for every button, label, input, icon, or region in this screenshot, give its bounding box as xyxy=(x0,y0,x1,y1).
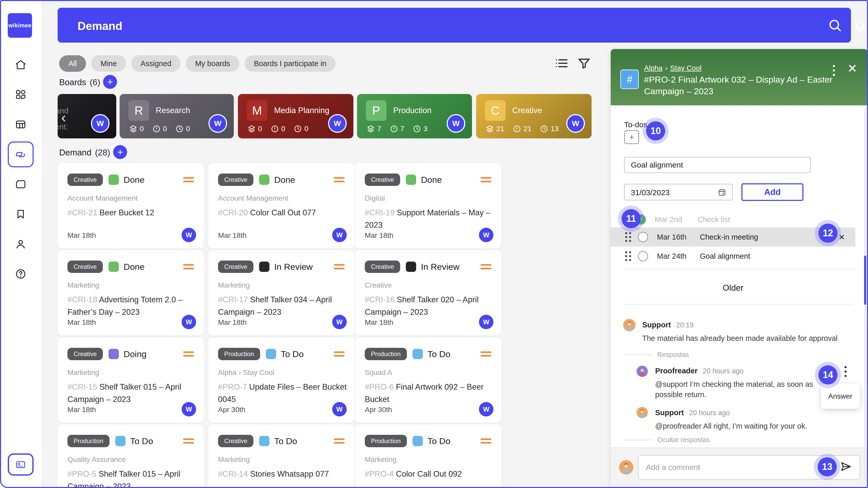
tab-my-boards[interactable]: My boards xyxy=(186,55,239,72)
board-avatar: W xyxy=(566,114,585,133)
task-card[interactable]: CreativeDoing Marketing #CRI-15 Shelf Ta… xyxy=(58,337,204,423)
unchecked-circle-icon[interactable] xyxy=(638,232,648,242)
assignee-avatar: W xyxy=(182,315,196,329)
answer-menu-item[interactable]: Answer xyxy=(821,384,860,409)
scroll-left-icon[interactable]: ‹ xyxy=(61,109,66,126)
remove-todo-icon[interactable]: ✕ xyxy=(839,233,845,242)
add-todo-button[interactable]: + xyxy=(624,130,639,144)
card-menu-icon[interactable] xyxy=(334,177,345,182)
status-label: In Review xyxy=(421,262,459,272)
board-card-partial[interactable]: and ent: ‹ W xyxy=(58,94,116,138)
panel-scrollbar[interactable] xyxy=(864,108,866,483)
card-category: Marketing xyxy=(67,281,194,289)
breadcrumb-parent-link[interactable]: Alpha xyxy=(644,64,663,72)
demand-label: Demand xyxy=(59,148,91,157)
card-menu-icon[interactable] xyxy=(334,264,345,269)
task-card[interactable]: CreativeIn Review Marketing #CRI-17 Shel… xyxy=(208,250,354,335)
card-menu-icon[interactable] xyxy=(183,177,194,182)
layers-stat: 7 xyxy=(366,125,381,133)
card-menu-icon[interactable] xyxy=(183,264,194,269)
older-todos-button[interactable]: Older xyxy=(611,283,855,293)
task-menu-icon[interactable] xyxy=(833,65,835,76)
todo-item[interactable]: Mar 24th Goal alignment xyxy=(611,247,855,266)
board-avatar: W xyxy=(447,114,465,133)
table-icon[interactable] xyxy=(15,119,27,130)
add-board-button[interactable]: + xyxy=(103,75,117,89)
board-card-research[interactable]: R Research 0 0 0 W xyxy=(120,94,234,138)
alert-icon xyxy=(271,125,279,133)
todo-date: Mar 24th xyxy=(657,252,690,261)
reply-menu-icon[interactable] xyxy=(844,366,846,377)
task-card[interactable]: ProductionTo Do Alpha › Stay Cool #PRO-7… xyxy=(208,337,354,423)
unchecked-circle-icon[interactable] xyxy=(638,251,648,261)
send-icon[interactable] xyxy=(840,460,852,473)
task-card[interactable]: ProductionTo Do Squad A #PRO-6 Final Art… xyxy=(355,337,501,423)
tab-boards-i-participate-in[interactable]: Boards I participate in xyxy=(245,55,336,72)
close-icon[interactable]: ✕ xyxy=(847,61,858,75)
layers-stat: 21 xyxy=(486,125,504,133)
projects-icon[interactable] xyxy=(15,178,27,190)
board-card-production[interactable]: P Production 7 7 3 W xyxy=(357,94,472,138)
tab-all[interactable]: All xyxy=(59,55,86,72)
todo-date: Mar 2nd xyxy=(655,215,688,224)
drag-handle-icon[interactable] xyxy=(625,251,631,261)
scrollbar-thumb[interactable] xyxy=(864,256,866,305)
filter-icon[interactable] xyxy=(577,56,592,71)
card-menu-icon[interactable] xyxy=(480,351,491,357)
assignee-avatar: W xyxy=(332,402,347,417)
hide-replies-button[interactable]: Ocultar respostas xyxy=(624,436,710,444)
replies-label: Respostas xyxy=(624,351,689,359)
card-panel-button[interactable] xyxy=(8,453,34,476)
search-icon[interactable] xyxy=(827,17,843,33)
annotation-badge-10: 10 xyxy=(646,121,665,140)
task-card[interactable]: CreativeTo Do Marketing #CRI-14 Stories … xyxy=(208,424,354,488)
card-menu-icon[interactable] xyxy=(183,351,194,357)
task-card[interactable]: CreativeDone Account Management #CRI-20 … xyxy=(208,163,354,249)
apps-icon[interactable] xyxy=(15,89,27,100)
todo-item[interactable]: ✓ Mar 2nd Check list xyxy=(611,210,855,229)
card-menu-icon[interactable] xyxy=(334,351,345,357)
card-menu-icon[interactable] xyxy=(480,438,491,444)
board-name: Media Planning xyxy=(274,106,330,115)
task-card[interactable]: CreativeDone Marketing #CRI-18 Advertisi… xyxy=(58,250,204,335)
task-card[interactable]: CreativeDone Digital #CRI-19 Support Mat… xyxy=(355,163,501,249)
brand-logo[interactable]: wikimee xyxy=(8,13,32,38)
board-chip: Creative xyxy=(365,173,400,186)
calendar-icon[interactable] xyxy=(718,188,726,197)
home-icon[interactable] xyxy=(15,59,27,71)
card-title: #PRO-4 Color Call Out 092 xyxy=(365,468,494,480)
task-card[interactable]: ProductionTo Do Quality Assurance #PRO-5… xyxy=(58,424,204,488)
status-dot xyxy=(406,174,416,185)
card-menu-icon[interactable] xyxy=(183,438,194,444)
card-date: Apr 30th xyxy=(218,405,245,414)
bookmark-icon[interactable] xyxy=(15,208,27,220)
task-card[interactable]: CreativeIn Review Creative #CRI-16 Shelf… xyxy=(355,250,501,335)
add-todo-submit-button[interactable]: Add xyxy=(741,183,803,201)
people-icon[interactable] xyxy=(15,238,27,250)
card-date: Mar 18th xyxy=(218,231,247,239)
card-menu-icon[interactable] xyxy=(334,438,345,444)
bell-icon[interactable] xyxy=(852,17,868,33)
todo-date-input[interactable]: 31/03/2023 xyxy=(624,184,733,200)
drag-handle-icon[interactable] xyxy=(625,232,631,242)
card-menu-icon[interactable] xyxy=(480,264,491,269)
card-menu-icon[interactable] xyxy=(480,177,491,182)
layers-icon xyxy=(366,125,375,133)
board-card-creative[interactable]: C Creative 21 21 13 W xyxy=(476,94,592,138)
task-card[interactable]: ProductionTo Do Marketing #PRO-4 Color C… xyxy=(355,424,501,488)
board-card-media-planning[interactable]: M Media Planning 0 0 0 W xyxy=(238,94,353,138)
status-dot xyxy=(406,262,416,272)
status-label: To Do xyxy=(428,349,451,359)
task-detail-panel: # Alpha›Stay Cool #PRO-2 Final Artwork 0… xyxy=(611,49,868,487)
list-view-icon[interactable] xyxy=(554,56,569,71)
time-stat: 3 xyxy=(412,125,428,133)
breadcrumb-child-link[interactable]: Stay Cool xyxy=(670,64,702,72)
new-todo-input[interactable] xyxy=(624,157,811,173)
card-title: #CRI-21 Beer Bucket 12 xyxy=(67,206,196,219)
tab-mine[interactable]: Mine xyxy=(91,55,126,72)
tab-assigned[interactable]: Assigned xyxy=(131,55,181,72)
add-demand-button[interactable]: + xyxy=(113,145,127,159)
task-card[interactable]: CreativeDone Account Management #CRI-21 … xyxy=(58,163,204,249)
board-chip: Creative xyxy=(67,348,103,360)
help-icon[interactable] xyxy=(15,268,27,280)
